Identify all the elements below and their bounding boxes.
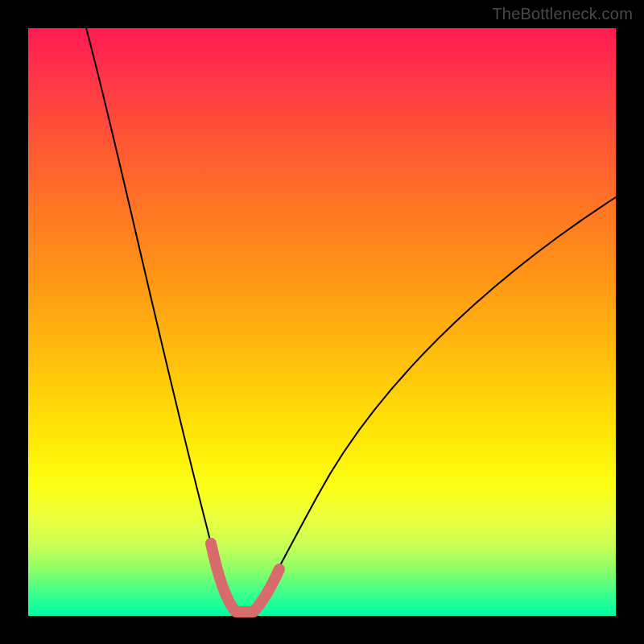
watermark-text: TheBottleneck.com (492, 5, 633, 23)
plot-area (28, 28, 616, 616)
bottleneck-curve (86, 28, 616, 613)
chart-container: TheBottleneck.com (0, 0, 644, 644)
optimal-zone-overlay (211, 543, 279, 612)
curve-svg (28, 28, 616, 616)
